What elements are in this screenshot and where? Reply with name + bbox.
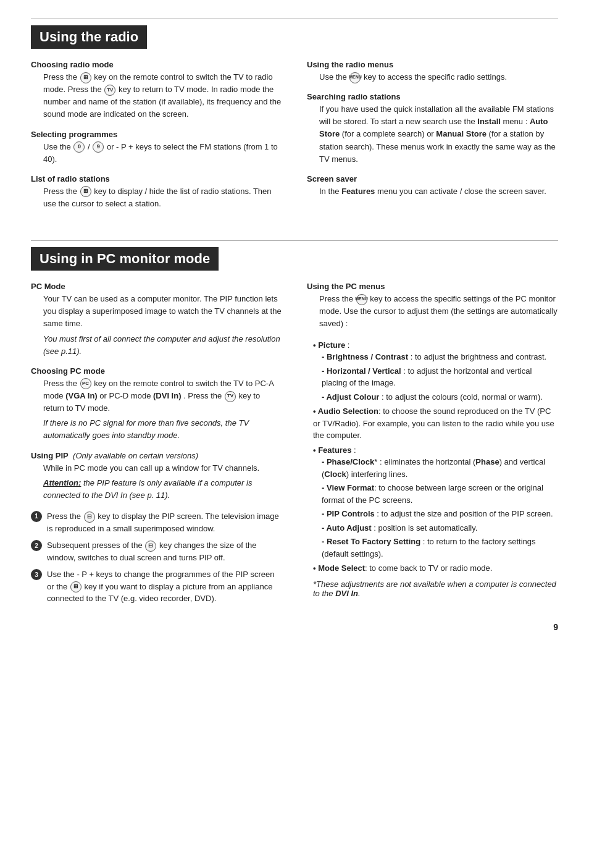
selecting-programmes-block: Selecting programmes Use the 0 / 9 or - …: [31, 130, 282, 166]
searching-radio-title: Searching radio stations: [307, 92, 558, 101]
choosing-pc-mode-body: Press the PC key on the remote control t…: [31, 377, 282, 442]
using-pc-menus-block: Using the PC menus Press the MENU key to…: [307, 282, 558, 330]
pc-mode-block: PC Mode Your TV can be used as a compute…: [31, 282, 282, 358]
pc-mode-title: PC Mode: [31, 282, 282, 291]
list-key-icon: ⊞: [80, 186, 91, 197]
pip-key2-icon: ⊟: [145, 541, 156, 552]
step2-num: 2: [31, 540, 42, 551]
step3-num: 3: [31, 569, 42, 580]
choosing-radio-mode-title: Choosing radio mode: [31, 60, 282, 69]
using-radio-menus-block: Using the radio menus Use the MENU key t…: [307, 60, 558, 83]
footnote: *These adjustments are not available whe…: [307, 579, 558, 598]
menu-pc-key-icon: MENU: [356, 294, 367, 305]
radio-section: Using the radio Choosing radio mode Pres…: [31, 19, 558, 219]
features-item: Features : Phase/Clock* : eliminates the…: [313, 444, 558, 560]
radio-right-col: Using the radio menus Use the MENU key t…: [307, 60, 558, 219]
choosing-radio-mode-block: Choosing radio mode Press the ⊞ key on t…: [31, 60, 282, 121]
searching-radio-body: If you have used the quick installation …: [307, 103, 558, 166]
zero-key-icon: 0: [73, 141, 85, 153]
mode-select-item: Mode Select: to come back to TV or radio…: [313, 562, 558, 575]
tv-key2-icon: TV: [225, 391, 236, 402]
choosing-radio-mode-body: Press the ⊞ key on the remote control to…: [31, 71, 282, 121]
pip-step-1: 1 Press the ⊟ key to display the PIP scr…: [31, 510, 282, 534]
picture-item: Picture : Brightness / Contrast : to adj…: [313, 339, 558, 403]
pip-key3-icon: ⊞: [70, 581, 81, 592]
tv-key-icon: TV: [104, 85, 115, 96]
pc-mode-body: Your TV can be used as a computer monito…: [31, 293, 282, 358]
menu-key-radio-icon: MENU: [349, 72, 361, 83]
screen-saver-block: Screen saver In the Features menu you ca…: [307, 174, 558, 198]
screen-saver-body: In the Features menu you can activate / …: [307, 185, 558, 198]
pip-step-2: 2 Subsequent presses of the ⊟ key change…: [31, 539, 282, 563]
choosing-pc-mode-title: Choosing PC mode: [31, 366, 282, 376]
searching-radio-block: Searching radio stations If you have use…: [307, 92, 558, 166]
grid-key-icon: ⊞: [80, 72, 91, 83]
using-pip-title: Using PIP (Only available on certain ver…: [31, 451, 282, 460]
pip-steps: 1 Press the ⊟ key to display the PIP scr…: [31, 510, 282, 605]
selecting-programmes-title: Selecting programmes: [31, 130, 282, 139]
pip-key1-icon: ⊟: [84, 512, 95, 523]
list-radio-block: List of radio stations Press the ⊞ key t…: [31, 174, 282, 210]
choosing-pc-mode-block: Choosing PC mode Press the PC key on the…: [31, 366, 282, 442]
radio-left-col: Choosing radio mode Press the ⊞ key on t…: [31, 60, 282, 219]
using-radio-menus-body: Use the MENU key to access the specific …: [307, 71, 558, 83]
using-pc-menus-body: Press the MENU key to access the specifi…: [307, 293, 558, 330]
picture-bullet: Picture : Brightness / Contrast : to adj…: [307, 339, 558, 598]
list-radio-body: Press the ⊞ key to display / hide the li…: [31, 185, 282, 210]
using-pc-menus-title: Using the PC menus: [307, 282, 558, 291]
list-radio-title: List of radio stations: [31, 174, 282, 183]
screen-saver-title: Screen saver: [307, 174, 558, 183]
using-pip-block: Using PIP (Only available on certain ver…: [31, 451, 282, 502]
pc-right-col: Using the PC menus Press the MENU key to…: [307, 282, 558, 610]
pc-section: Using in PC monitor mode PC Mode Your TV…: [31, 240, 558, 610]
using-pip-body: While in PC mode you can call up a windo…: [31, 462, 282, 502]
nine-key-icon: 9: [93, 141, 104, 153]
pc-content: PC Mode Your TV can be used as a compute…: [31, 282, 558, 610]
page-number: 9: [31, 622, 558, 632]
pc-key-icon: PC: [80, 378, 91, 389]
pip-step-3: 3 Use the - P + keys to change the progr…: [31, 568, 282, 605]
step1-num: 1: [31, 511, 42, 522]
audio-selection-item: Audio Selection: to choose the sound rep…: [313, 405, 558, 442]
pc-left-col: PC Mode Your TV can be used as a compute…: [31, 282, 282, 610]
selecting-programmes-body: Use the 0 / 9 or - P + keys to select th…: [31, 141, 282, 166]
pc-section-header: Using in PC monitor mode: [31, 247, 558, 282]
radio-section-header: Using the radio: [31, 25, 558, 60]
radio-content: Choosing radio mode Press the ⊞ key on t…: [31, 60, 558, 219]
using-radio-menus-title: Using the radio menus: [307, 60, 558, 69]
